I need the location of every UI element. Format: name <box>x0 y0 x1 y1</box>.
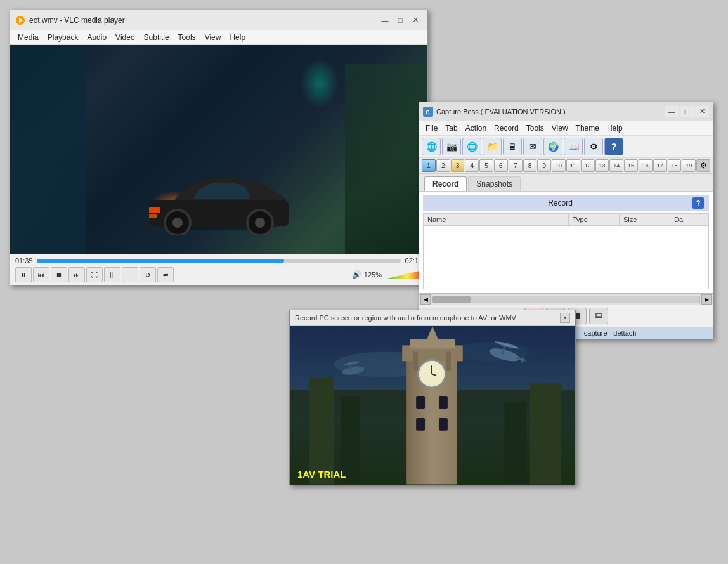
vlc-maximize-button[interactable]: □ <box>393 15 407 26</box>
vlc-menubar: Media Playback Audio Video Subtitle Tool… <box>10 30 427 45</box>
vlc-playlist-button[interactable]: ☰ <box>122 267 138 282</box>
scroll-thumb[interactable] <box>432 296 471 303</box>
numbar-btn-8[interactable]: 8 <box>523 159 537 172</box>
vlc-title: eot.wmv - VLC media player <box>29 16 378 25</box>
numbar-btn-6[interactable]: 6 <box>494 159 508 172</box>
tb-btn-browse[interactable]: 🌐 <box>422 138 441 155</box>
numbar-btn-9[interactable]: 9 <box>537 159 551 172</box>
col-date: Da <box>670 214 708 225</box>
vlc-time-current: 01:35 <box>15 257 33 265</box>
tab-snapshots[interactable]: Snapshots <box>468 176 521 191</box>
numbar-btn-13[interactable]: 13 <box>595 159 609 172</box>
vlc-controls-area: 01:35 02:17 ⏸ ⏮ ⏹ ⏭ ⛶ ||| ☰ ↺ ⇄ 🔊 125% <box>10 254 427 285</box>
numbar-btn-1[interactable]: 1 <box>422 159 436 172</box>
vlc-next-button[interactable]: ⏭ <box>68 267 85 282</box>
col-size: Size <box>620 214 670 225</box>
numbar-btn-19[interactable]: 19 <box>682 159 696 172</box>
tb-btn-settings[interactable]: ⚙ <box>584 138 603 155</box>
numbar-btn-18[interactable]: 18 <box>668 159 682 172</box>
building-left-decor <box>10 45 86 254</box>
numbar-gear-btn[interactable]: ⚙ <box>696 159 710 172</box>
numbar-btn-4[interactable]: 4 <box>465 159 479 172</box>
preview-video-area: 1AV TRIAL <box>290 326 575 485</box>
col-name: Name <box>424 214 569 225</box>
vlc-loop-button[interactable]: ↺ <box>140 267 156 282</box>
tb-btn-screen[interactable]: 🖥 <box>503 138 522 155</box>
capture-titlebar: C Capture Boss ( EVALUATION VERSION ) — … <box>419 102 713 121</box>
record-help-button[interactable]: ? <box>692 197 704 209</box>
vlc-seekbar[interactable] <box>37 259 401 263</box>
numbar-btn-11[interactable]: 11 <box>566 159 580 172</box>
numbar-btn-12[interactable]: 12 <box>581 159 595 172</box>
numbar-btn-16[interactable]: 16 <box>639 159 653 172</box>
cap-menu-action[interactable]: Action <box>462 122 490 134</box>
svg-rect-24 <box>530 383 561 484</box>
vlc-volume-bar[interactable] <box>384 270 422 279</box>
capture-close-button[interactable]: ✕ <box>695 106 709 117</box>
numbar-btn-14[interactable]: 14 <box>609 159 623 172</box>
cap-menu-tools[interactable]: Tools <box>523 122 548 134</box>
tb-btn-help[interactable]: ? <box>604 138 623 155</box>
capture-content-area: Record ? Name Type Size Da <box>419 192 713 293</box>
cap-menu-theme[interactable]: Theme <box>572 122 603 134</box>
vlc-menu-playback[interactable]: Playback <box>44 32 82 43</box>
preview-title-text: Record PC screen or region with audio fr… <box>295 314 516 322</box>
tb-btn-camera[interactable]: 📷 <box>442 138 461 155</box>
vlc-menu-video[interactable]: Video <box>112 32 138 43</box>
vlc-extended-button[interactable]: ||| <box>104 267 120 282</box>
tab-record[interactable]: Record <box>424 176 467 191</box>
vlc-menu-help[interactable]: Help <box>226 32 249 43</box>
vlc-window: eot.wmv - VLC media player — □ ✕ Media P… <box>10 10 428 285</box>
vlc-buttons-row: ⏸ ⏮ ⏹ ⏭ ⛶ ||| ☰ ↺ ⇄ 🔊 125% <box>15 267 422 282</box>
svg-rect-35 <box>446 351 451 371</box>
numbar-btn-10[interactable]: 10 <box>552 159 566 172</box>
tb-btn-globe3[interactable]: 🌍 <box>543 138 562 155</box>
numbar-btn-7[interactable]: 7 <box>509 159 523 172</box>
vlc-close-button[interactable]: ✕ <box>408 15 422 26</box>
vlc-prev-button[interactable]: ⏮ <box>33 267 49 282</box>
numbar-btn-15[interactable]: 15 <box>624 159 638 172</box>
numbar-btn-3[interactable]: 3 <box>451 159 465 172</box>
cap-menu-help[interactable]: Help <box>603 122 627 134</box>
scroll-track[interactable] <box>432 296 700 303</box>
numbar-btn-2[interactable]: 2 <box>436 159 450 172</box>
capture-scrollbar[interactable]: ◀ ▶ <box>419 293 713 305</box>
vlc-menu-subtitle[interactable]: Subtitle <box>140 32 173 43</box>
vlc-video-area <box>10 45 427 254</box>
numbar-btn-17[interactable]: 17 <box>653 159 667 172</box>
tb-btn-mail[interactable]: ✉ <box>523 138 542 155</box>
cap-menu-tab[interactable]: Tab <box>441 122 461 134</box>
scroll-left-arrow[interactable]: ◀ <box>420 294 431 305</box>
capture-logo-icon: C <box>423 107 433 117</box>
vlc-stop-button[interactable]: ⏹ <box>51 267 67 282</box>
tb-btn-book[interactable]: 📖 <box>564 138 583 155</box>
vlc-menu-media[interactable]: Media <box>14 32 42 43</box>
vlc-minimize-button[interactable]: — <box>378 15 392 26</box>
svg-rect-16 <box>595 317 602 318</box>
preview-window: Record PC screen or region with audio fr… <box>289 310 576 485</box>
preview-close-button[interactable]: × <box>560 313 570 323</box>
svg-rect-28 <box>410 339 455 348</box>
vlc-menu-view[interactable]: View <box>201 32 225 43</box>
record-table-body <box>423 226 709 289</box>
vlc-play-pause-button[interactable]: ⏸ <box>15 267 32 282</box>
scroll-right-arrow[interactable]: ▶ <box>701 294 712 305</box>
cap-menu-file[interactable]: File <box>422 122 441 134</box>
cap-menu-record[interactable]: Record <box>490 122 523 134</box>
vlc-shuffle-button[interactable]: ⇄ <box>157 267 174 282</box>
svg-rect-34 <box>413 351 418 371</box>
capture-minimize-button[interactable]: — <box>665 106 679 117</box>
numbar-btn-5[interactable]: 5 <box>479 159 493 172</box>
vlc-fullscreen-button[interactable]: ⛶ <box>86 267 103 282</box>
capture-maximize-button[interactable]: □ <box>680 106 694 117</box>
vlc-menu-tools[interactable]: Tools <box>174 32 200 43</box>
tb-btn-folder[interactable]: 📁 <box>483 138 502 155</box>
action-edit-button[interactable] <box>589 308 608 324</box>
capture-window: C Capture Boss ( EVALUATION VERSION ) — … <box>419 102 713 339</box>
building-right-decor <box>345 64 427 254</box>
glow-teal-decor <box>301 58 339 108</box>
cap-menu-view[interactable]: View <box>548 122 572 134</box>
tb-btn-globe2[interactable]: 🌐 <box>462 138 481 155</box>
car-silhouette-svg <box>136 166 301 235</box>
vlc-menu-audio[interactable]: Audio <box>83 32 110 43</box>
